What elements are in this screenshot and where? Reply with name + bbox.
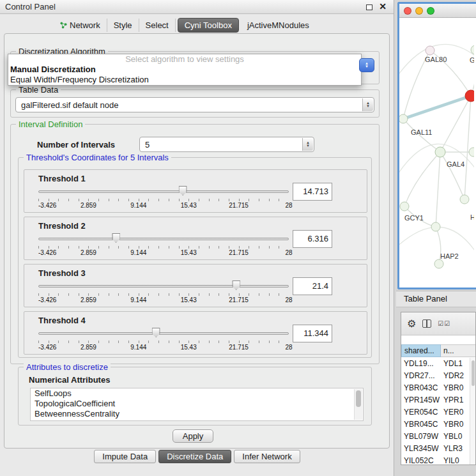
number-of-intervals-combobox[interactable]: 5 ▲ ▼ <box>139 137 314 152</box>
list-item[interactable]: BetweennessCentrality <box>31 409 363 419</box>
table-scrollbar[interactable] <box>470 358 475 464</box>
zoom-traffic-light[interactable] <box>427 7 434 15</box>
combobox-stepper-icon[interactable]: ▲ ▼ <box>302 138 313 151</box>
table-data-combobox[interactable]: galFiltered.sif default node ▲ ▼ <box>15 97 374 112</box>
group-title: Threshold's Coordinates for 5 Intervals <box>24 153 171 162</box>
slider-track[interactable] <box>38 190 289 193</box>
network-node[interactable] <box>431 222 440 231</box>
float-window-icon[interactable] <box>366 4 372 10</box>
network-node-gal11[interactable] <box>399 114 408 123</box>
table-row[interactable]: YBR043CYBR0 <box>401 381 475 394</box>
network-edge[interactable] <box>436 152 440 227</box>
column-header-shared-name[interactable]: shared... <box>401 344 441 357</box>
slider-track[interactable] <box>38 332 289 335</box>
scale-label: 28 <box>285 296 292 303</box>
slider-track[interactable] <box>38 238 289 240</box>
table-cell[interactable]: YLR345W <box>401 444 441 453</box>
network-node[interactable] <box>465 90 474 102</box>
list-scrollbar[interactable] <box>354 389 362 420</box>
table-row[interactable]: YIL052CYIL0 <box>401 454 475 465</box>
network-edge[interactable] <box>404 152 440 206</box>
table-cell[interactable]: YIL052C <box>401 456 441 465</box>
slider-thumb[interactable] <box>179 186 187 196</box>
node-label: GAL11 <box>411 128 432 136</box>
slider-ticks <box>38 293 289 296</box>
network-edge[interactable] <box>464 96 471 199</box>
scale-label: 2.859 <box>81 344 96 351</box>
network-node-hap2[interactable] <box>434 259 443 268</box>
tab-cyni-toolbox[interactable]: Cyni Toolbox <box>178 18 239 33</box>
threshold-label: Threshold 1 <box>38 174 86 183</box>
table-row[interactable]: YDL19...YDL1 <box>401 357 475 369</box>
threshold-value-field[interactable]: 11.344 <box>293 325 332 342</box>
gear-icon[interactable]: ⚙ <box>407 318 416 330</box>
bottom-tab-discretize-data[interactable]: Discretize Data <box>158 450 231 463</box>
tab-network[interactable]: Network <box>54 19 107 32</box>
minimize-traffic-light[interactable] <box>415 7 423 15</box>
table-row[interactable]: YDR27...YDR2 <box>401 369 475 381</box>
node-label: H <box>470 213 474 221</box>
network-window-titlebar[interactable] <box>399 4 476 18</box>
apply-button[interactable]: Apply <box>173 429 213 443</box>
scale-label: -3.426 <box>38 296 56 303</box>
list-item[interactable]: SelfLoops <box>31 388 363 399</box>
table-row[interactable]: YLR345WYLR3 <box>401 442 475 454</box>
table-cell[interactable]: YER054C <box>401 408 441 417</box>
combobox-stepper-icon[interactable]: ▲ ▼ <box>362 98 373 111</box>
table-cell[interactable]: YPR145W <box>401 395 441 404</box>
attributes-group: Attributes to discretize Numerical Attri… <box>18 367 372 426</box>
network-node-gal4[interactable] <box>435 147 445 157</box>
network-canvas[interactable]: GAL80GAGAL11GAL4GCY1HHAP2 <box>399 18 474 288</box>
threshold-slider[interactable] <box>38 280 289 293</box>
threshold-panel-1: Threshold 1-3.4262.8599.14415.4321.71528… <box>24 169 367 213</box>
threshold-value-field[interactable]: 6.316 <box>293 230 332 248</box>
control-panel-titlebar[interactable]: Control Panel ✕ <box>0 0 394 14</box>
select-columns-icon[interactable]: ☑☑ <box>438 320 450 327</box>
network-node-gal80[interactable] <box>426 46 434 55</box>
column-header-name[interactable]: n... <box>441 344 475 357</box>
slider-thumb[interactable] <box>152 328 160 337</box>
table-cell[interactable]: YBR045C <box>401 420 441 429</box>
table-row[interactable]: YER054CYER0 <box>401 406 475 418</box>
bottom-tab-impute-data[interactable]: Impute Data <box>94 450 156 463</box>
scrollbar-thumb[interactable] <box>472 360 475 386</box>
table-panel-header[interactable]: Table Panel <box>396 291 476 307</box>
list-item[interactable]: TopologicalCoefficient <box>31 399 363 409</box>
tab-jactivemnodules[interactable]: jActiveMNodules <box>241 19 316 32</box>
table-cell[interactable]: YBL079W <box>401 432 441 441</box>
slider-thumb[interactable] <box>232 280 240 290</box>
threshold-value-field[interactable]: 21.4 <box>293 277 332 295</box>
threshold-slider[interactable] <box>38 185 289 198</box>
threshold-value-field[interactable]: 14.713 <box>293 183 332 201</box>
tab-select[interactable]: Select <box>139 19 176 32</box>
dropdown-option[interactable]: Equal Width/Frequency Discretization <box>8 75 361 85</box>
table-cell[interactable]: YDL19... <box>401 359 441 368</box>
network-node-gcy1[interactable] <box>400 202 409 211</box>
table-row[interactable]: YPR145WYPR1 <box>401 394 475 406</box>
network-edge[interactable] <box>440 152 464 199</box>
bottom-tab-infer-network[interactable]: Infer Network <box>234 450 300 463</box>
close-traffic-light[interactable] <box>404 7 411 15</box>
table-row[interactable]: YBR045CYBR0 <box>401 418 475 430</box>
scrollbar-thumb[interactable] <box>356 390 361 407</box>
threshold-slider[interactable] <box>38 327 289 340</box>
group-title: Attributes to discretize <box>24 362 111 372</box>
close-icon[interactable]: ✕ <box>379 1 387 12</box>
network-node[interactable] <box>469 148 474 157</box>
stepper-down-icon: ▼ <box>365 65 369 68</box>
network-view-window[interactable]: GAL80GAGAL11GAL4GCY1HHAP2 <box>397 2 476 289</box>
network-node-h[interactable] <box>460 195 469 204</box>
numerical-attributes-list[interactable]: SelfLoopsTopologicalCoefficientBetweenne… <box>30 388 364 421</box>
tab-style[interactable]: Style <box>107 19 139 32</box>
scale-label: 15.43 <box>181 249 197 256</box>
algorithm-combobox-stepper[interactable]: ▲ ▼ <box>359 58 374 72</box>
table-row[interactable]: YBL079WYBL0 <box>401 430 475 442</box>
table-cell[interactable]: YBR043C <box>401 383 441 392</box>
group-title: Table Data <box>16 85 61 95</box>
slider-track[interactable] <box>38 285 289 288</box>
threshold-slider[interactable] <box>38 233 289 245</box>
columns-icon[interactable] <box>422 319 431 328</box>
slider-thumb[interactable] <box>112 233 120 243</box>
dropdown-option[interactable]: Manual Discretization <box>8 65 361 75</box>
table-cell[interactable]: YDR27... <box>401 371 441 380</box>
